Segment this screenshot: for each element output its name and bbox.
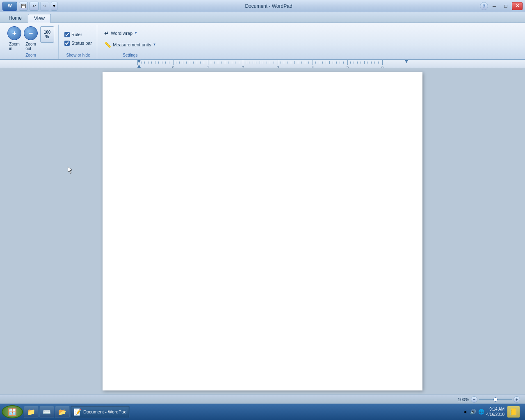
statusbar-checkbox[interactable] xyxy=(64,41,70,46)
word-wrap-icon: ↵ xyxy=(104,30,109,37)
minimize-button[interactable]: ─ xyxy=(489,2,500,10)
ruler-inner: 0123456 xyxy=(90,60,410,68)
taskbar-filemgr-icon: 📂 xyxy=(58,408,66,416)
zoom-100-value: 100 xyxy=(44,30,51,34)
app-menu-icon: W xyxy=(8,4,11,8)
zoom-group-content: + Zoomin − Zoomout 100 % xyxy=(7,26,54,51)
close-icon: ✕ xyxy=(516,3,519,9)
clock[interactable]: 9:14 AM 4/16/2010 xyxy=(486,406,505,417)
measurement-label: Measurement units xyxy=(113,42,151,47)
taskbar-explorer-button[interactable]: 📁 xyxy=(24,406,39,418)
show-hide-group: Ruler Status bar Show or hide xyxy=(59,25,97,59)
tab-home[interactable]: Home xyxy=(2,14,28,23)
statusbar-zoom-out-button[interactable]: − xyxy=(471,396,477,403)
ruler-right-indent-marker[interactable] xyxy=(405,60,408,63)
window-title: Document - WordPad xyxy=(57,3,480,9)
ribbon: + Zoomin − Zoomout 100 % Zoom xyxy=(0,23,525,60)
ruler-label: Ruler xyxy=(71,32,82,37)
zoom-in-label: Zoomin xyxy=(9,42,20,51)
ruler-indent-marker[interactable] xyxy=(137,60,141,63)
titlebar-left: W 💾 ↩ ↪ ▼ xyxy=(2,2,57,11)
settings-group-label: Settings xyxy=(123,53,137,58)
tray-note-icon[interactable]: 📒 xyxy=(506,404,521,419)
taskbar-wordpad-icon: 📝 xyxy=(73,408,82,416)
word-wrap-dropdown-icon: ▼ xyxy=(134,31,137,35)
ruler: 0123456 xyxy=(0,60,525,68)
word-wrap-label: Word wrap xyxy=(111,31,132,36)
start-icon: 🪟 xyxy=(8,407,17,416)
tray-volume-icon[interactable]: 🔊 xyxy=(470,409,477,415)
zoom-slider[interactable] xyxy=(479,399,512,400)
zoom-100-button[interactable]: 100 % xyxy=(40,26,54,43)
main-area xyxy=(0,68,525,395)
measurement-dropdown-icon: ▼ xyxy=(153,43,156,46)
window-controls: ? ─ □ ✕ xyxy=(480,2,523,10)
zoom-controls: 100% − + xyxy=(458,396,520,403)
redo-icon: ↪ xyxy=(43,4,46,8)
save-button[interactable]: 💾 xyxy=(19,2,28,11)
taskbar: 🪟 📁 ⌨️ 📂 📝 Document - WordPad ◄ 🔊 🌐 9:14… xyxy=(0,404,525,420)
ruler-checkbox[interactable] xyxy=(64,32,70,37)
mouse-cursor xyxy=(68,167,73,174)
tray-network-icon[interactable]: 🌐 xyxy=(478,409,485,415)
start-button[interactable]: 🪟 xyxy=(2,405,23,418)
qat-dropdown-icon: ▼ xyxy=(52,4,56,8)
maximize-icon: □ xyxy=(504,4,507,9)
statusbar: 100% − + xyxy=(0,395,525,404)
word-wrap-button[interactable]: ↵ Word wrap ▼ xyxy=(102,29,139,38)
qat-dropdown-button[interactable]: ▼ xyxy=(51,2,57,11)
save-icon: 💾 xyxy=(21,4,26,8)
undo-icon: ↩ xyxy=(32,4,36,8)
taskbar-wordpad-label: Document - WordPad xyxy=(83,409,127,414)
app-menu-button[interactable]: W xyxy=(2,2,17,11)
settings-content: ↵ Word wrap ▼ 📏 Measurement units ▼ xyxy=(102,26,158,51)
measurement-icon: 📏 xyxy=(104,41,111,48)
taskbar-filemgr-button[interactable]: 📂 xyxy=(55,406,70,418)
maximize-button[interactable]: □ xyxy=(500,2,511,10)
close-button[interactable]: ✕ xyxy=(512,2,523,10)
system-tray: ◄ 🔊 🌐 9:14 AM 4/16/2010 📒 xyxy=(459,404,524,419)
redo-button[interactable]: ↪ xyxy=(40,2,49,11)
zoom-in-icon: + xyxy=(12,29,17,38)
ribbon-tabs: Home View xyxy=(0,12,525,23)
document-content[interactable] xyxy=(103,72,422,390)
zoom-slider-thumb[interactable] xyxy=(493,397,498,402)
clock-date: 4/16/2010 xyxy=(486,412,505,417)
zoom-out-label: Zoomout xyxy=(25,42,36,51)
zoom-100-unit: % xyxy=(46,34,49,39)
show-hide-content: Ruler Status bar xyxy=(64,26,93,51)
zoom-out-button[interactable]: − xyxy=(24,26,38,40)
minimize-icon: ─ xyxy=(493,4,496,9)
document-page[interactable] xyxy=(103,72,422,390)
zoom-out-icon: − xyxy=(29,29,33,38)
ruler-checkbox-row[interactable]: Ruler xyxy=(64,32,83,38)
zoom-group: + Zoomin − Zoomout 100 % Zoom xyxy=(3,25,59,59)
zoom-percent-label: 100% xyxy=(458,397,469,402)
taskbar-wordpad-button[interactable]: 📝 Document - WordPad xyxy=(71,406,130,418)
statusbar-zoom-in-button[interactable]: + xyxy=(514,396,520,403)
measurement-units-button[interactable]: 📏 Measurement units ▼ xyxy=(102,40,158,49)
taskbar-cmd-button[interactable]: ⌨️ xyxy=(39,406,54,418)
statusbar-label: Status bar xyxy=(71,41,92,46)
zoom-in-button[interactable]: + xyxy=(7,26,21,40)
tab-view[interactable]: View xyxy=(28,14,51,23)
help-button[interactable]: ? xyxy=(480,2,488,10)
ruler-hanging-indent-marker[interactable] xyxy=(137,64,141,68)
statusbar-checkbox-row[interactable]: Status bar xyxy=(64,40,93,46)
taskbar-explorer-icon: 📁 xyxy=(27,408,35,416)
undo-button[interactable]: ↩ xyxy=(30,2,39,11)
settings-group: ↵ Word wrap ▼ 📏 Measurement units ▼ Sett… xyxy=(98,25,162,59)
clock-time: 9:14 AM xyxy=(486,406,505,412)
taskbar-cmd-icon: ⌨️ xyxy=(43,408,51,416)
zoom-group-label: Zoom xyxy=(25,53,36,58)
tray-more-icon[interactable]: ◄ xyxy=(462,409,468,415)
help-icon: ? xyxy=(483,4,486,9)
titlebar: W 💾 ↩ ↪ ▼ Document - WordPad ? ─ □ ✕ xyxy=(0,0,525,12)
show-hide-group-label: Show or hide xyxy=(66,53,90,58)
